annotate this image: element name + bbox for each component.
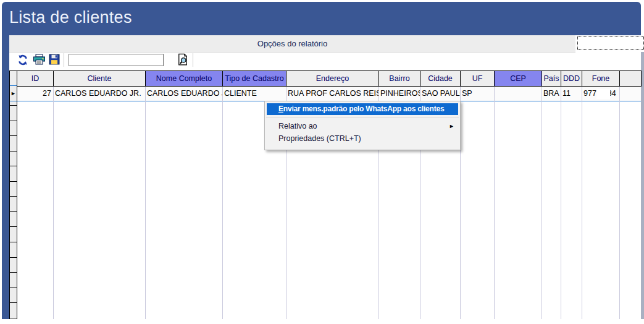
row-stub-line xyxy=(10,135,17,136)
toolbar-separator xyxy=(193,53,193,67)
report-options-bar[interactable]: Opções do relatório xyxy=(9,35,575,53)
menu-item-label: Relativo ao xyxy=(278,122,317,130)
print-button[interactable] xyxy=(33,54,45,66)
row-stub-line xyxy=(10,257,17,258)
column-header-id[interactable]: ID xyxy=(17,70,54,87)
grid-column-line xyxy=(53,86,54,319)
column-header-pais[interactable]: País xyxy=(542,70,561,87)
menu-item-whatsapp[interactable]: Enviar mens.padrão pelo WhatsApp aos cli… xyxy=(267,103,458,115)
grid-column-line xyxy=(145,86,146,319)
refresh-icon xyxy=(17,54,30,66)
menu-item-whatsapp-label: Enviar mens.padrão pelo WhatsApp aos cli… xyxy=(278,104,444,113)
column-header-cep[interactable]: CEP xyxy=(494,70,542,87)
window-title: Lista de clientes xyxy=(9,8,132,27)
row-stub-line xyxy=(10,211,17,212)
cell-bairro[interactable]: PINHEIROS xyxy=(378,86,420,101)
fone-redaction xyxy=(596,89,610,99)
cell-endereco[interactable]: RUA PROF CARLOS REIS, 39 xyxy=(286,86,378,101)
grid-column-line xyxy=(619,86,620,319)
grid-column-line xyxy=(542,86,542,319)
cell-uf[interactable]: SP xyxy=(460,86,494,101)
row-arrow-icon: ► xyxy=(10,90,16,96)
grid-column-line xyxy=(222,86,223,319)
save-icon xyxy=(49,54,61,65)
menu-separator xyxy=(266,117,459,118)
column-header-uf[interactable]: UF xyxy=(460,70,495,87)
window-right-border xyxy=(641,52,644,319)
cell-cidade[interactable]: SAO PAULO xyxy=(420,86,460,101)
row-stub-line xyxy=(10,121,17,121)
menu-item-relativo-ao[interactable]: Relativo ao ► xyxy=(267,121,458,132)
cell-fone[interactable]: 97734 xyxy=(582,86,619,101)
column-header-fone[interactable]: Fone xyxy=(582,70,620,87)
title-bar: Lista de clientes xyxy=(2,2,641,35)
cell-cliente[interactable]: CARLOS EDUARDO JR. xyxy=(53,86,145,101)
print-icon xyxy=(33,54,45,66)
column-header-bairro[interactable]: Bairro xyxy=(378,70,420,87)
row-stub-line xyxy=(10,151,17,151)
client-list-window: Lista de clientes Opções do relatório xyxy=(0,0,644,324)
menu-item-label: Propriedades (CTRL+T) xyxy=(278,134,361,143)
row-stub-line xyxy=(10,166,17,166)
row-stub-line xyxy=(10,226,17,227)
save-button[interactable] xyxy=(49,54,61,66)
row-stub-line xyxy=(10,105,17,106)
grid-column-line xyxy=(494,86,495,319)
column-header-ddd[interactable]: DDD xyxy=(561,70,582,87)
preview-icon xyxy=(177,53,189,66)
menu-item-propriedades[interactable]: Propriedades (CTRL+T) xyxy=(267,133,458,145)
column-header-nome_completo[interactable]: Nome Completo xyxy=(145,70,223,87)
window-left-border xyxy=(2,35,9,319)
column-header-tipo_cadastro[interactable]: Tipo de Cadastro xyxy=(222,70,286,87)
grid-column-line xyxy=(561,86,561,319)
row-stub-line xyxy=(10,196,17,197)
row-stub-line xyxy=(10,242,17,242)
cell-pais[interactable]: BRA xyxy=(542,86,561,101)
column-header-cidade[interactable]: Cidade xyxy=(420,70,461,87)
toolbar-separator xyxy=(64,53,64,67)
column-header-extra[interactable] xyxy=(619,70,642,87)
cell-extra[interactable] xyxy=(619,86,641,101)
preview-button[interactable] xyxy=(177,53,189,66)
search-input[interactable] xyxy=(69,54,164,66)
cell-tipo_cadastro[interactable]: CLIENTE xyxy=(222,86,286,101)
grid-left-border xyxy=(9,70,10,319)
cell-id[interactable]: 27 xyxy=(17,86,53,101)
report-options-focus-box[interactable] xyxy=(577,36,644,50)
context-menu: Enviar mens.padrão pelo WhatsApp aos cli… xyxy=(264,101,461,150)
cell-cep[interactable] xyxy=(494,86,542,101)
submenu-arrow-icon: ► xyxy=(449,121,454,132)
row-stub-line xyxy=(10,288,17,288)
cell-nome_completo[interactable]: CARLOS EDUARDO JR. xyxy=(145,86,222,101)
row-stub-line xyxy=(10,318,17,318)
refresh-button[interactable] xyxy=(17,54,30,67)
row-indicator-column xyxy=(10,101,17,318)
row-stub-line xyxy=(10,181,17,182)
row-stub-line xyxy=(10,272,17,273)
column-header-endereco[interactable]: Endereço xyxy=(286,70,379,87)
indicator-column-border xyxy=(17,70,17,319)
grid-column-line xyxy=(582,86,582,319)
column-header-cliente[interactable]: Cliente xyxy=(53,70,146,87)
row-stub-line xyxy=(10,302,17,303)
current-row-indicator: ► xyxy=(10,86,17,101)
cell-ddd[interactable]: 11 xyxy=(561,86,582,101)
